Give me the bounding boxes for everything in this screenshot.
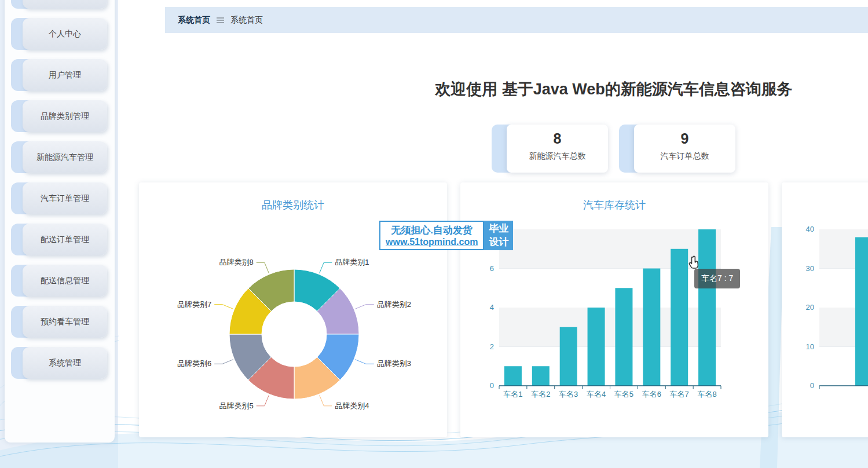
sidebar-menu: 个人中心用户管理品牌类别管理新能源汽车管理汽车订单管理配送订单管理配送信息管理预… — [5, 0, 115, 379]
badge-line2: 设计 — [489, 236, 508, 248]
y-axis-label: 0 — [490, 381, 494, 390]
sidebar-item-new-energy-vehicle-management[interactable]: 新能源汽车管理 — [11, 141, 107, 173]
stat-label: 新能源汽车总数 — [507, 151, 608, 162]
sidebar-item-label: 汽车订单管理 — [23, 182, 107, 214]
stat-card-body: 9 汽车订单总数 — [634, 125, 735, 173]
bar[interactable] — [560, 327, 577, 386]
dashboard-page: 个人中心用户管理品牌类别管理新能源汽车管理汽车订单管理配送订单管理配送信息管理预… — [0, 0, 868, 468]
clipped-bar-chart: 403020100 — [782, 182, 868, 437]
sidebar-item-body — [23, 0, 107, 9]
x-axis-label: 车名5 — [614, 390, 633, 398]
sidebar-item-label: 新能源汽车管理 — [23, 141, 107, 173]
stat-card-vehicle-total: 8 新能源汽车总数 — [492, 125, 608, 173]
pie-label-line — [320, 262, 332, 273]
breadcrumb-current-page: 系统首页 — [230, 15, 263, 25]
watermark-badge: 无须担心.自动发货 www.51topmind.com 毕业 设计 — [379, 221, 513, 250]
watermark-blue-badge: 毕业 设计 — [484, 221, 513, 250]
sidebar-item-user-management[interactable]: 用户管理 — [11, 59, 107, 91]
breadcrumb: 系统首页 系统首页 — [165, 7, 868, 33]
stat-value: 8 — [507, 130, 608, 147]
x-axis-label: 车名7 — [670, 390, 689, 398]
pie-label: 品牌类别5 — [219, 401, 253, 410]
y-axis-label: 6 — [490, 264, 494, 273]
sidebar-item-label: 个人中心 — [23, 18, 107, 50]
bar[interactable] — [588, 308, 605, 386]
pie-label: 品牌类别8 — [219, 258, 253, 266]
stat-card-order-total: 9 汽车订单总数 — [619, 125, 735, 173]
pie-label: 品牌类别2 — [377, 300, 411, 309]
sidebar: 个人中心用户管理品牌类别管理新能源汽车管理汽车订单管理配送订单管理配送信息管理预… — [5, 0, 115, 443]
y-axis-label: 4 — [490, 303, 494, 312]
y-axis-label: 40 — [806, 225, 814, 233]
sidebar-item-appointment-viewing-management[interactable]: 预约看车管理 — [11, 306, 107, 338]
sidebar-item-personal-center[interactable]: 个人中心 — [11, 18, 107, 50]
sidebar-item-car-order-management[interactable]: 汽车订单管理 — [11, 182, 107, 214]
bar[interactable] — [532, 366, 550, 386]
bar[interactable] — [615, 288, 632, 386]
pie-label-line — [355, 360, 373, 364]
watermark-url[interactable]: www.51topmind.com — [386, 237, 478, 247]
pie-label: 品牌类别7 — [177, 300, 211, 309]
hand-cursor-icon — [686, 255, 702, 272]
sidebar-item-brand-category-management[interactable]: 品牌类别管理 — [11, 100, 107, 132]
watermark-text-box: 无须担心.自动发货 www.51topmind.com — [379, 221, 484, 250]
breadcrumb-section[interactable]: 系统首页 — [178, 15, 210, 25]
sidebar-item-system-management[interactable]: 系统管理 — [11, 347, 107, 379]
sidebar-item-label: 系统管理 — [23, 347, 107, 379]
y-axis-label: 0 — [810, 381, 814, 390]
sidebar-item-label: 预约看车管理 — [23, 306, 107, 338]
watermark-line1: 无须担心.自动发货 — [386, 224, 478, 237]
pie-label-line — [214, 305, 233, 309]
pie-label: 品牌类别1 — [335, 258, 369, 266]
sidebar-item-label: 用户管理 — [23, 59, 107, 91]
bar[interactable] — [504, 366, 522, 386]
pie-label-line — [214, 360, 233, 364]
sidebar-item-delivery-order-management[interactable]: 配送订单管理 — [11, 224, 107, 255]
y-axis-label: 30 — [806, 264, 814, 273]
sidebar-item-label: 配送订单管理 — [23, 224, 107, 255]
x-axis-label: 车名6 — [642, 390, 661, 398]
sidebar-item-delivery-info-management[interactable]: 配送信息管理 — [11, 265, 107, 297]
x-axis-label: 车名2 — [531, 390, 550, 398]
bar[interactable] — [698, 229, 716, 386]
pie-label: 品牌类别3 — [377, 359, 411, 368]
bar[interactable] — [643, 269, 660, 386]
x-axis-label: 车名3 — [559, 390, 578, 398]
stat-card-body: 8 新能源汽车总数 — [507, 125, 608, 173]
pie-label-line — [257, 395, 269, 405]
y-axis-label: 10 — [806, 342, 814, 351]
pie-label-line — [355, 305, 373, 309]
pie-label-line — [257, 262, 269, 273]
x-axis-label: 车名8 — [697, 390, 716, 398]
clipped-chart-card: 403020100 — [782, 182, 868, 437]
stat-value: 9 — [634, 130, 735, 147]
y-axis-label: 2 — [490, 342, 494, 351]
sidebar-item-label: 品牌类别管理 — [23, 100, 107, 132]
bar[interactable] — [855, 237, 868, 386]
y-axis-label: 20 — [806, 303, 814, 312]
pie-label-line — [320, 395, 332, 405]
pie-label: 品牌类别4 — [335, 401, 369, 410]
menu-lines-icon — [217, 17, 224, 23]
x-axis-label: 车名1 — [503, 390, 522, 398]
x-axis-label: 车名4 — [587, 390, 606, 398]
sidebar-item-label: 配送信息管理 — [23, 265, 107, 297]
pie-label: 品牌类别6 — [177, 359, 211, 368]
page-title: 欢迎使用 基于Java Web的新能源汽车信息咨询服务 — [405, 79, 822, 100]
stat-label: 汽车订单总数 — [634, 151, 735, 162]
sidebar-item-partial-top[interactable] — [11, 0, 107, 9]
badge-line1: 毕业 — [489, 222, 508, 235]
